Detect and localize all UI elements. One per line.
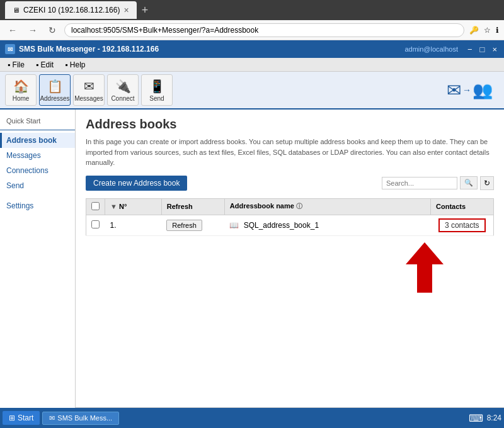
row-refresh-cell: Refresh [161, 215, 224, 235]
search-bar: 🔍 ↻ [382, 176, 494, 190]
app-menubar: ▪ File ▪ Edit ▪ Help [0, 58, 504, 72]
page-description: In this page you can create or import ad… [86, 137, 494, 168]
red-arrow-svg [406, 242, 444, 293]
star-icon: ☆ [484, 26, 491, 35]
sidebar-item-messages[interactable]: Messages [0, 148, 75, 163]
start-label: Start [18, 414, 33, 422]
col-header-number: ▼ N° [105, 198, 162, 215]
nav-back-button[interactable]: ← [5, 24, 20, 37]
browser-tab-title: CZEKI 10 (192.168.112.166) [23, 6, 120, 14]
app-close-button[interactable]: × [490, 45, 499, 54]
sidebar-quick-start[interactable]: Quick Start [0, 115, 75, 127]
home-icon: 🏠 [13, 79, 29, 94]
app-title: SMS Bulk Messenger - 192.168.112.166 [19, 45, 159, 54]
browser-chrome: 🖥 CZEKI 10 (192.168.112.166) × + [0, 0, 504, 20]
send-icon: 📱 [149, 79, 165, 94]
toolbar-connect-label: Connect [111, 95, 134, 102]
row-name-cell: 📖 SQL_address_book_1 [224, 215, 430, 235]
app-toolbar: 🏠 Home 📋 Addresses ✉ Messages 🔌 Connect … [0, 72, 504, 110]
taskbar-app-label: SMS Bulk Mess... [57, 414, 112, 422]
taskbar: ⊞ Start ✉ SMS Bulk Mess... ⌨ 8:24 [0, 408, 504, 428]
sidebar-item-send[interactable]: Send [0, 178, 75, 193]
app-titlebar-left: ✉ SMS Bulk Messenger - 192.168.112.166 [5, 44, 159, 54]
menu-help[interactable]: ▪ Help [60, 59, 90, 70]
content-area: Address books In this page you can creat… [76, 110, 504, 428]
windows-icon: ⊞ [9, 414, 15, 422]
keyboard-icon: ⌨ [469, 412, 483, 424]
toolbar-right-decoration: ✉ → 👥 [447, 80, 493, 101]
messages-icon: ✉ [84, 79, 94, 94]
row-refresh-button[interactable]: Refresh [166, 220, 202, 231]
select-all-checkbox[interactable] [91, 202, 100, 210]
toolbar-send-button[interactable]: 📱 Send [141, 74, 173, 106]
col-header-name: Addressbook name ⓘ [224, 198, 430, 215]
app-main: Quick Start Address book Messages Connec… [0, 110, 504, 428]
col-header-refresh: Refresh [161, 198, 224, 215]
taskbar-start-button[interactable]: ⊞ Start [3, 411, 40, 425]
sidebar-separator [0, 130, 75, 130]
contacts-badge-button[interactable]: 3 contacts [438, 218, 486, 232]
app-window: ✉ SMS Bulk Messenger - 192.168.112.166 a… [0, 40, 504, 428]
svg-marker-0 [406, 242, 444, 293]
row-contacts-cell: 3 contacts [431, 215, 494, 235]
col-header-contacts: Contacts [431, 198, 494, 215]
row-select-checkbox[interactable] [91, 220, 100, 228]
sidebar: Quick Start Address book Messages Connec… [0, 110, 76, 428]
toolbar-home-label: Home [13, 95, 30, 102]
taskbar-clock: ⌨ 8:24 [469, 412, 501, 424]
app-titlebar: ✉ SMS Bulk Messenger - 192.168.112.166 a… [0, 40, 504, 58]
addresses-icon: 📋 [47, 79, 63, 94]
red-up-arrow [406, 242, 444, 293]
app-maximize-button[interactable]: □ [478, 45, 487, 54]
row-checkbox-cell [86, 215, 105, 235]
taskbar-app-icon: ✉ [49, 414, 55, 422]
toolbar-messages-label: Messages [74, 95, 103, 102]
address-bar[interactable] [64, 23, 464, 37]
app-minimize-button[interactable]: − [466, 45, 474, 54]
toolbar-addresses-button[interactable]: 📋 Addresses [39, 74, 71, 106]
row-number-cell: 1. [105, 215, 162, 235]
search-button[interactable]: 🔍 [460, 176, 478, 189]
row-book-name: SQL_address_book_1 [244, 221, 319, 230]
sidebar-item-settings[interactable]: Settings [0, 198, 75, 213]
address-book-icon: 📖 [229, 221, 239, 230]
app-titlebar-right: admin@localhost − □ × [404, 45, 499, 54]
menu-file[interactable]: ▪ File [3, 59, 30, 70]
browser-tab-favicon: 🖥 [13, 6, 20, 14]
connect-icon: 🔌 [115, 79, 131, 94]
col-header-checkbox [86, 198, 105, 215]
app-titlebar-controls: − □ × [466, 45, 499, 54]
toolbar-messages-button[interactable]: ✉ Messages [73, 74, 105, 106]
browser-tab-close[interactable]: × [123, 5, 129, 15]
browser-addressbar-row: ← → ↻ 🔑 ☆ ℹ [0, 20, 504, 40]
page-title: Address books [86, 117, 494, 132]
create-address-book-button[interactable]: Create new Address book [86, 176, 187, 191]
new-tab-button[interactable]: + [142, 4, 149, 17]
arrow-container [86, 242, 494, 293]
table-refresh-button[interactable]: ↻ [480, 176, 494, 190]
address-books-table: ▼ N° Refresh Addressbook name ⓘ Contacts [86, 198, 494, 236]
app-user: admin@localhost [404, 45, 458, 53]
toolbar-send-label: Send [149, 95, 164, 102]
nav-reload-button[interactable]: ↻ [45, 24, 59, 37]
info-icon: ℹ [496, 26, 499, 35]
content-toolbar: Create new Address book 🔍 ↻ [86, 176, 494, 191]
sidebar-item-connections[interactable]: Connections [0, 163, 75, 178]
toolbar-home-button[interactable]: 🏠 Home [5, 74, 37, 106]
nav-forward-button[interactable]: → [25, 24, 40, 37]
browser-tab[interactable]: 🖥 CZEKI 10 (192.168.112.166) × [5, 1, 137, 19]
clock-time: 8:24 [487, 414, 501, 422]
sort-icon: ▼ [110, 203, 117, 210]
col-number-label: N° [119, 203, 127, 210]
table-row: 1. Refresh 📖 SQL_address_book_1 3 contac… [86, 215, 494, 235]
app-icon: ✉ [5, 44, 15, 54]
toolbar-addresses-label: Addresses [40, 95, 69, 102]
toolbar-connect-button[interactable]: 🔌 Connect [107, 74, 139, 106]
sidebar-item-address-book[interactable]: Address book [0, 133, 75, 148]
taskbar-app-button[interactable]: ✉ SMS Bulk Mess... [42, 412, 119, 425]
search-input[interactable] [382, 177, 457, 189]
key-icon: 🔑 [469, 26, 479, 35]
info-circle-icon: ⓘ [296, 203, 302, 210]
menu-edit[interactable]: ▪ Edit [31, 59, 59, 70]
col-name-label: Addressbook name [230, 202, 294, 210]
